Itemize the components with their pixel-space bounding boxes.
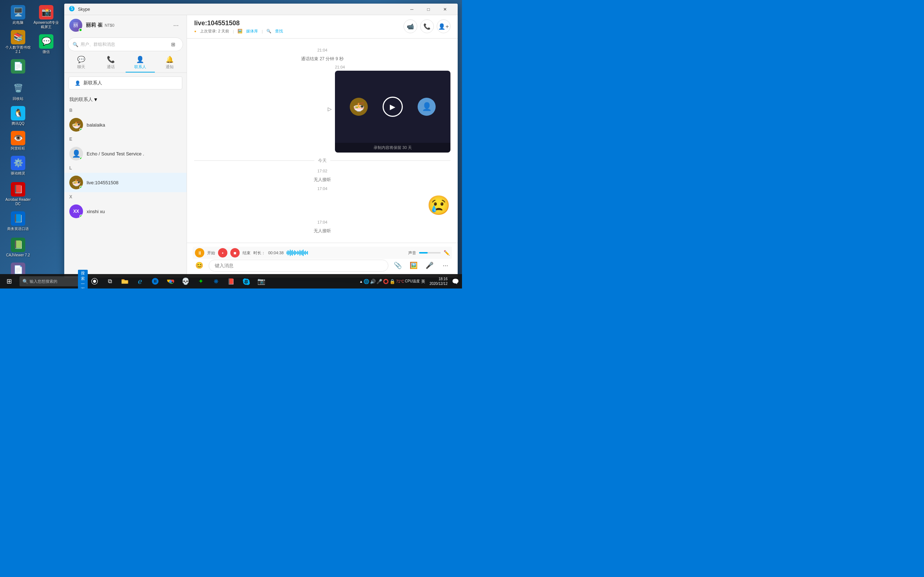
group-label-x: X <box>64 192 187 201</box>
desktop-icon-doc[interactable]: 📄 <box>3 58 32 76</box>
video-play-button[interactable]: ▶ <box>383 97 403 117</box>
tray-volume-icon[interactable]: 🔊 <box>370 279 376 284</box>
desktop-icon-driver[interactable]: ⚙️ 驱动精灵 <box>3 154 32 177</box>
minimize-button[interactable]: ─ <box>404 3 420 15</box>
tray-network-icon: 🌐 <box>363 279 369 284</box>
emoji-button[interactable]: 😊 <box>193 259 206 272</box>
grid-view-button[interactable]: ⊞ <box>168 39 178 49</box>
volume-slider[interactable] <box>419 252 441 253</box>
tab-calls[interactable]: 📞 通话 <box>96 53 126 73</box>
desktop-icon-qq[interactable]: 🐧 腾讯QQ <box>3 105 32 127</box>
media-library-link[interactable]: 媒体库 <box>246 29 258 34</box>
user-balance: NT$0 <box>105 23 115 27</box>
contact-item-xinshi[interactable]: XX xinshi xu <box>64 201 187 221</box>
taskbar-ie[interactable]: ℯ <box>133 274 147 288</box>
pause-recording-button[interactable]: ⏸ <box>195 248 204 258</box>
taskbar-file-explorer[interactable] <box>118 274 132 288</box>
taskbar-notification-center[interactable]: 🗨️ <box>452 278 459 285</box>
media-icon: 🖼️ <box>237 29 242 34</box>
video-call-button[interactable]: 📹 <box>404 19 417 33</box>
video-caller-avatar: 🍜 <box>350 98 368 116</box>
file-attach-button[interactable]: 📎 <box>391 259 404 272</box>
taskbar-green-app[interactable]: ✦ <box>194 274 208 288</box>
desktop-icon-recycle[interactable]: 🗑️ 回收站 <box>3 80 32 102</box>
taskbar-right: ▲ 🌐 🔊 🎤 ⭕ 🔒 71°C CPU温度 英 18:16 2020/12/1… <box>360 277 462 286</box>
add-contact-chat-button[interactable]: 👤+ <box>437 19 451 33</box>
volume-fill <box>419 252 428 253</box>
desktop-icon-english[interactable]: 📘 商务英语口语 <box>3 210 32 233</box>
contact-name-xinshi: xinshi xu <box>87 209 105 214</box>
contacts-icon: 👤 <box>136 56 144 63</box>
desktop-icon-wechat[interactable]: 💬 微信 <box>32 33 61 56</box>
video-msg-container: ▷ 21:04 🍜 ▶ 👤 录制内容将保留 30 天 <box>335 65 451 153</box>
tab-chat[interactable]: 💬 聊天 <box>66 53 96 73</box>
voice-message-button[interactable]: 🎤 <box>423 259 436 272</box>
maximize-button[interactable]: □ <box>420 3 437 15</box>
divider-text: 今天 <box>318 158 327 164</box>
desktop-icon-computer[interactable]: 🖥️ 此电脑 <box>3 3 32 26</box>
user-avatar[interactable]: 丽 <box>69 19 82 32</box>
contact-online-dot-live <box>79 186 83 189</box>
taskbar-pdf[interactable]: 📕 <box>224 274 238 288</box>
recording-time: 00:04:38 <box>268 251 284 255</box>
search-chat-link[interactable]: 查找 <box>275 29 283 34</box>
desktop-icon-library[interactable]: 📚 个人数字图书馆2.1 <box>3 29 32 56</box>
stop-recording-button[interactable]: ■ <box>230 248 240 258</box>
taskbar-edge[interactable] <box>148 274 162 288</box>
start-button[interactable]: ⊞ <box>0 274 18 288</box>
tray-mic-icon[interactable]: 🎤 <box>376 279 382 284</box>
contact-item-live[interactable]: 🍜 live:104551508 <box>64 173 187 192</box>
contacts-list: B 🍜 balalaika E 👤 <box>64 104 187 278</box>
system-msg-no-answer-1: 无人接听 <box>194 177 451 183</box>
taskbar-chrome[interactable] <box>163 274 178 288</box>
search-input[interactable] <box>81 42 166 47</box>
contact-item-balalaika[interactable]: 🍜 balalaika <box>64 115 187 134</box>
cpu-temp-label: CPU温度 <box>405 279 420 284</box>
title-bar: Skype ─ □ ✕ <box>64 3 458 15</box>
skype-body: 丽 丽莉 崔 NT$0 ··· 🔍 ⊞ 💬 <box>64 15 458 278</box>
taskbar-camera[interactable]: 📷 <box>254 274 268 288</box>
my-contacts-header[interactable]: 我的联系人 ▾ <box>64 93 187 104</box>
time-label-1702: 17:02 <box>194 169 451 173</box>
taskbar-skype[interactable] <box>239 274 254 288</box>
desktop-icon-caj[interactable]: 📗 CAJViewer 7.2 <box>3 236 32 259</box>
user-name: 丽莉 崔 <box>86 22 102 29</box>
contact-name-balalaika: balalaika <box>87 122 105 128</box>
duration-label: 时长： <box>254 250 265 256</box>
chat-input-row: 😊 📎 🖼️ 🎤 ··· <box>193 259 452 272</box>
window-controls: ─ □ ✕ <box>404 3 453 15</box>
tab-notifications[interactable]: 🔔 通知 <box>155 53 184 73</box>
add-contact-button[interactable]: 👤 新联系人 <box>69 76 182 89</box>
tab-contacts[interactable]: 👤 联系人 <box>126 53 155 73</box>
video-message-wrapper: ▷ 21:04 🍜 ▶ 👤 录制内容将保留 30 天 <box>194 65 451 153</box>
close-button[interactable]: ✕ <box>437 3 453 15</box>
desktop-icon-apowersoft[interactable]: 📸 Apowersoft专业截屏王 <box>32 3 61 31</box>
tray-up-arrow[interactable]: ▲ <box>360 279 363 284</box>
taskbar-blue-app[interactable]: ❋ <box>208 274 223 288</box>
edit-icon[interactable]: ✏️ <box>444 250 450 256</box>
search-icon: 🔍 <box>73 42 78 47</box>
desktop-icons-right: 📸 Apowersoft专业截屏王 💬 微信 <box>32 3 61 56</box>
desktop-icon-ali[interactable]: 👁️ 阿里旺旺 <box>3 129 32 152</box>
separator-1: | <box>233 29 234 34</box>
search-bar: 🔍 ⊞ <box>68 37 183 51</box>
taskbar-skull[interactable]: 💀 <box>178 274 193 288</box>
tab-notifications-label: 通知 <box>166 64 174 69</box>
more-options-button[interactable]: ··· <box>170 20 181 31</box>
more-options-chat-button[interactable]: ··· <box>439 259 452 272</box>
taskbar: ⊞ 🔍 搜索一下 ⧉ ℯ 💀 ✦ ❋ 📕 <box>0 274 462 288</box>
taskbar-cortana[interactable] <box>87 274 102 288</box>
taskbar-search-input[interactable] <box>30 279 76 284</box>
video-message[interactable]: 🍜 ▶ 👤 录制内容将保留 30 天 <box>335 71 451 153</box>
voice-call-button[interactable]: 📞 <box>420 19 434 33</box>
taskbar-task-view[interactable]: ⧉ <box>102 274 117 288</box>
contact-item-echo[interactable]: 👤 Echo / Sound Test Service . <box>64 144 187 163</box>
desktop-icon-acrobat[interactable]: 📕 Acrobat Reader DC <box>3 181 32 208</box>
taskbar-search-icon: 🔍 <box>23 279 28 284</box>
image-button[interactable]: 🖼️ <box>407 259 420 272</box>
message-input[interactable] <box>208 259 388 272</box>
system-tray: ▲ 🌐 🔊 🎤 ⭕ 🔒 71°C CPU温度 <box>360 279 420 284</box>
taskbar-search-button[interactable]: 搜索一下 <box>78 270 88 288</box>
contact-online-dot-echo <box>79 157 83 161</box>
group-label-e: E <box>64 134 187 144</box>
